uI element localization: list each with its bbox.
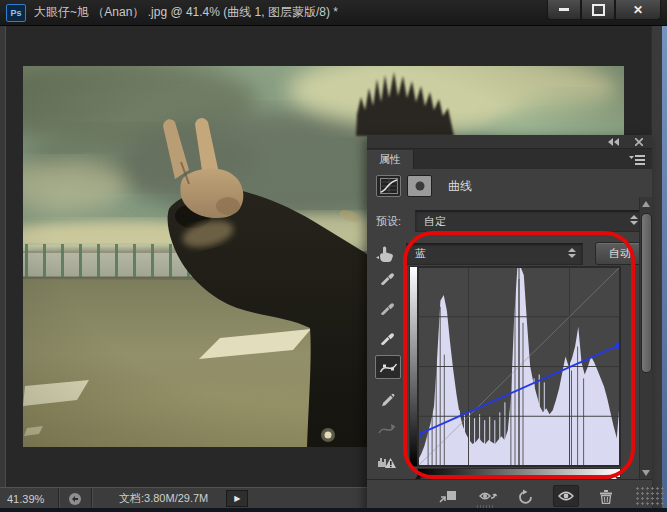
curves-properties: 曲线 预设: 自定 蓝 自动 [367,169,652,480]
window-resize-grip[interactable] [635,486,665,507]
photoshop-app-icon: Ps [6,4,26,22]
close-icon: ✕ [633,4,643,16]
view-previous-state-button[interactable] [475,486,499,506]
scrollbar-thumb[interactable] [641,213,652,373]
photoshop-window: Ps 大眼仔~旭 （Anan） .jpg @ 41.4% (曲线 1, 图层蒙版… [0,0,667,512]
window-controls: ✕ [547,0,661,19]
properties-panel: 属性 曲线 预设: 自定 [367,135,652,512]
channel-select[interactable]: 蓝 [406,243,583,265]
minimize-button[interactable] [547,0,581,20]
zoom-level-field[interactable]: 41.39% [0,493,58,505]
smooth-curve-tool[interactable] [374,417,400,441]
delete-adjustment-button[interactable] [594,486,618,506]
panel-group-header [367,135,652,149]
document-size-text: 文档:3.80M/29.7M [119,491,208,506]
curves-adjustment-icon[interactable] [376,175,401,197]
scroll-down-icon[interactable] [642,470,650,476]
black-point-eyedropper[interactable] [374,265,400,289]
channel-selected-value: 蓝 [415,246,426,261]
close-panel-icon[interactable] [635,138,643,146]
auto-button[interactable]: 自动 [595,242,645,265]
targeted-adjustment-tool[interactable] [376,245,406,263]
status-divider [91,488,93,509]
window-right-border [662,25,667,512]
scroll-up-icon[interactable] [642,201,650,207]
preset-row: 预设: 自定 [376,210,645,232]
preset-selected-value: 自定 [424,214,446,229]
document-status-icon[interactable] [68,492,83,506]
select-stepper-icon [568,248,576,258]
maximize-button[interactable] [581,0,615,20]
reset-adjustment-button[interactable] [514,486,538,506]
panel-tab-bar: 属性 [367,149,652,170]
maximize-icon [592,4,605,16]
draw-curve-pencil-tool[interactable] [374,387,400,411]
adjustment-header: 曲线 [376,175,472,197]
left-dock-edge [0,25,6,508]
arrow-right-icon: ▶ [234,494,240,503]
layer-mask-icon[interactable] [407,175,432,197]
panel-menu-icon[interactable] [629,152,645,170]
gray-point-eyedropper[interactable] [374,295,400,319]
edit-curve-points-tool[interactable] [375,355,401,379]
minimize-icon [559,8,569,11]
tab-properties[interactable]: 属性 [367,150,414,169]
adjustment-title: 曲线 [448,178,472,195]
status-divider [58,488,60,509]
collapse-panel-icon[interactable] [608,138,619,146]
window-bottom-border [0,508,667,512]
clip-to-layer-button[interactable] [436,486,460,506]
input-gradient-strip [417,468,621,478]
toggle-visibility-button[interactable] [553,485,579,507]
panel-dock-edge[interactable] [651,25,662,508]
preset-label: 预设: [376,214,415,229]
channel-row: 蓝 自动 [376,242,645,265]
close-button[interactable]: ✕ [615,0,661,20]
white-point-eyedropper[interactable] [374,325,400,349]
status-options-button[interactable]: ▶ [226,490,248,507]
curves-histogram-plot[interactable] [417,266,621,467]
document-sizes: 文档:3.80M/29.7M ▶ [119,490,248,507]
preset-select[interactable]: 自定 [415,210,645,232]
histogram-curve-svg [418,267,620,466]
panel-scrollbar[interactable] [639,197,652,480]
title-bar: Ps 大眼仔~旭 （Anan） .jpg @ 41.4% (曲线 1, 图层蒙版… [0,0,667,26]
select-stepper-icon [630,215,638,225]
document-title: 大眼仔~旭 （Anan） .jpg @ 41.4% (曲线 1, 图层蒙版/8)… [34,4,338,21]
clipping-warning-icon[interactable] [374,449,400,473]
